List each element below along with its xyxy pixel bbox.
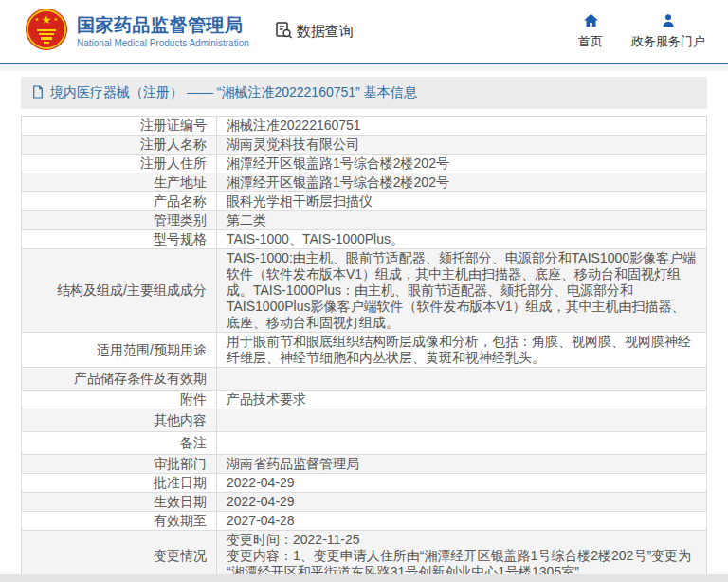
svg-text:★: ★: [35, 16, 40, 22]
row-value: 用于眼前节和眼底组织结构断层成像和分析，包括：角膜、视网膜、视网膜神经纤维层、神…: [217, 333, 707, 368]
site-title: 国家药品监督管理局: [77, 15, 249, 36]
row-label: 生效日期: [22, 493, 217, 512]
table-row: 结构及组成/主要组成成分 TAIS-1000:由主机、眼前节适配器、颏托部分、电…: [22, 249, 707, 333]
table-row: 产品名称 眼科光学相干断层扫描仪: [22, 192, 707, 211]
site-header: ★ ★ ★ 国家药品监督管理局 National Medical Product…: [0, 0, 728, 64]
row-label: 其他内容: [22, 409, 217, 432]
row-value: 湘潭经开区银盖路1号综合楼2楼202号: [217, 155, 707, 173]
table-row: 审批部门 湖南省药品监督管理局: [22, 455, 707, 474]
row-label: 批准日期: [22, 474, 217, 493]
content-panel: 境内医疗器械（注册） —— “湘械注准20222160751” 基本信息 注册证…: [21, 77, 707, 582]
document-icon: [32, 85, 44, 101]
row-value: 2022-04-29: [217, 493, 707, 512]
home-icon: [583, 13, 599, 30]
row-value: 湘械注准20222160751: [217, 117, 707, 136]
logo-text: 国家药品监督管理局 National Medical Products Admi…: [77, 15, 249, 48]
row-label: 备注: [22, 432, 217, 455]
table-row: 备注: [22, 432, 707, 455]
table-row: 产品储存条件及有效期: [22, 368, 707, 391]
row-label: 管理类别: [22, 211, 217, 230]
row-value: [217, 432, 707, 455]
table-row: 适用范围/预期用途 用于眼前节和眼底组织结构断层成像和分析，包括：角膜、视网膜、…: [22, 333, 707, 368]
document-search-icon: [274, 21, 293, 43]
nav-home[interactable]: 首页: [576, 13, 605, 50]
breadcrumb: 境内医疗器械（注册） —— “湘械注准20222160751” 基本信息: [21, 77, 707, 109]
row-value: 产品技术要求: [217, 391, 707, 409]
national-emblem-icon: ★ ★ ★: [25, 8, 68, 55]
row-label: 审批部门: [22, 455, 217, 474]
row-value: 湖南省药品监督管理局: [217, 455, 707, 474]
table-row: 型号规格 TAIS-1000、TAIS-1000Plus。: [22, 230, 707, 249]
header-band: [0, 64, 728, 71]
row-value: TAIS-1000:由主机、眼前节适配器、颏托部分、电源部分和TAIS1000影…: [217, 249, 707, 333]
svg-text:★: ★: [42, 13, 52, 27]
row-label: 产品储存条件及有效期: [22, 368, 217, 391]
row-value: 2027-04-28: [217, 512, 707, 531]
table-row: 其他内容: [22, 409, 707, 432]
site-subtitle: National Medical Products Administration: [77, 38, 249, 48]
nav-service-portal[interactable]: 政务服务门户: [631, 13, 705, 50]
row-label: 注册证编号: [22, 117, 217, 136]
row-value: 第二类: [217, 211, 707, 230]
row-value: [217, 409, 707, 432]
table-row: 注册人住所 湘潭经开区银盖路1号综合楼2楼202号: [22, 155, 707, 173]
row-value: 湘潭经开区银盖路1号综合楼2楼202号: [217, 173, 707, 192]
row-label: 附件: [22, 391, 217, 409]
table-row: 注册证编号 湘械注准20222160751: [22, 117, 707, 136]
row-value: [217, 368, 707, 391]
row-label: 适用范围/预期用途: [22, 333, 217, 368]
table-row: 生效日期 2022-04-29: [22, 493, 707, 512]
table-row: 附件 产品技术要求: [22, 391, 707, 409]
table-row: 批准日期 2022-04-29: [22, 474, 707, 493]
row-value: TAIS-1000、TAIS-1000Plus。: [217, 230, 707, 249]
page-bottom-strip: [0, 574, 728, 582]
registration-detail-table: 注册证编号 湘械注准20222160751 注册人名称 湖南灵觉科技有限公司 注…: [21, 116, 707, 582]
table-row: 管理类别 第二类: [22, 211, 707, 230]
data-query-link[interactable]: 数据查询: [274, 21, 354, 43]
row-label: 产品名称: [22, 192, 217, 211]
nmpa-logo[interactable]: ★ ★ ★ 国家药品监督管理局 National Medical Product…: [25, 8, 249, 55]
row-label: 注册人名称: [22, 136, 217, 155]
table-row: 生产地址 湘潭经开区银盖路1号综合楼2楼202号: [22, 173, 707, 192]
row-value: 眼科光学相干断层扫描仪: [217, 192, 707, 211]
row-value: 2022-04-29: [217, 474, 707, 493]
data-query-label: 数据查询: [297, 23, 354, 41]
breadcrumb-text: 境内医疗器械（注册） —— “湘械注准20222160751” 基本信息: [50, 84, 417, 101]
table-row: 有效期至 2027-04-28: [22, 512, 707, 531]
row-label: 生产地址: [22, 173, 217, 192]
table-row: 注册人名称 湖南灵觉科技有限公司: [22, 136, 707, 155]
row-label: 型号规格: [22, 230, 217, 249]
row-label: 有效期至: [22, 512, 217, 531]
row-label: 结构及组成/主要组成成分: [22, 249, 217, 333]
header-nav: 首页 政务服务门户: [576, 13, 705, 50]
svg-text:★: ★: [54, 16, 59, 22]
row-value: 湖南灵觉科技有限公司: [217, 136, 707, 155]
nav-home-label: 首页: [578, 33, 603, 50]
person-icon: [661, 13, 676, 30]
row-label: 注册人住所: [22, 155, 217, 173]
nav-service-portal-label: 政务服务门户: [631, 33, 705, 50]
